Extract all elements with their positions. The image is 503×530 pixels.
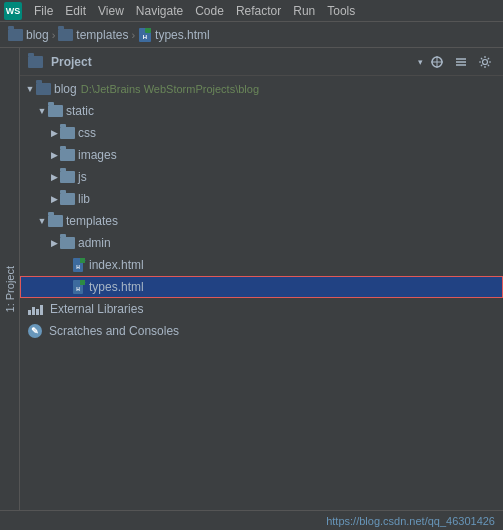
menu-run[interactable]: Run <box>287 0 321 22</box>
tree-item-js[interactable]: ▶ js <box>20 166 503 188</box>
menu-view[interactable]: View <box>92 0 130 22</box>
breadcrumb-sep-2: › <box>131 29 135 41</box>
menu-edit[interactable]: Edit <box>59 0 92 22</box>
gear-icon <box>478 55 492 69</box>
svg-text:H: H <box>76 264 80 270</box>
tree-item-templates[interactable]: ▼ templates <box>20 210 503 232</box>
tree-label-index-html: index.html <box>89 258 144 272</box>
svg-rect-17 <box>80 280 85 285</box>
panel-dropdown-arrow: ▾ <box>418 57 423 67</box>
expand-arrow-lib: ▶ <box>48 194 60 204</box>
folder-lib-icon <box>60 193 75 205</box>
panel-header: Project ▾ <box>20 48 503 76</box>
panel-collapse-button[interactable] <box>451 52 471 72</box>
folder-blog-icon <box>36 83 51 95</box>
panel-title: Project <box>51 55 414 69</box>
menu-tools[interactable]: Tools <box>321 0 361 22</box>
tree-item-admin[interactable]: ▶ admin <box>20 232 503 254</box>
folder-templates-icon <box>48 215 63 227</box>
breadcrumb: blog › templates › H types.html <box>0 22 503 48</box>
tree-label-blog-path: D:\JetBrains WebStormProjects\blog <box>81 83 259 95</box>
collapse-icon <box>454 55 468 69</box>
breadcrumb-blog-label: blog <box>26 28 49 42</box>
folder-admin-icon <box>60 237 75 249</box>
menu-navigate[interactable]: Navigate <box>130 0 189 22</box>
expand-arrow-admin: ▶ <box>48 238 60 248</box>
svg-rect-13 <box>80 258 85 263</box>
file-tree: ▼ blog D:\JetBrains WebStormProjects\blo… <box>20 76 503 530</box>
html-file-icon-index: H <box>72 258 86 272</box>
scratches-icon: ✎ <box>28 324 42 338</box>
tree-item-external-libraries[interactable]: External Libraries <box>20 298 503 320</box>
app-logo: WS <box>4 2 22 20</box>
tree-label-types-html: types.html <box>89 280 144 294</box>
side-tab-project[interactable]: 1: Project <box>0 48 20 530</box>
tree-label-static: static <box>66 104 94 118</box>
tree-label-js: js <box>78 170 87 184</box>
svg-text:H: H <box>143 34 147 40</box>
folder-icon <box>58 29 73 41</box>
breadcrumb-templates-label: templates <box>76 28 128 42</box>
side-tab-label: 1: Project <box>4 266 16 312</box>
tree-label-blog: blog <box>54 82 77 96</box>
external-libraries-icon <box>28 303 43 315</box>
svg-point-9 <box>483 59 488 64</box>
main-area: 1: Project Project ▾ <box>0 48 503 530</box>
expand-arrow-css: ▶ <box>48 128 60 138</box>
menu-file[interactable]: File <box>28 0 59 22</box>
svg-rect-2 <box>145 28 151 33</box>
tree-item-static[interactable]: ▼ static <box>20 100 503 122</box>
expand-arrow-js: ▶ <box>48 172 60 182</box>
panel-settings-button[interactable] <box>475 52 495 72</box>
tree-item-types-html[interactable]: H types.html <box>20 276 503 298</box>
menu-refactor[interactable]: Refactor <box>230 0 287 22</box>
tree-label-lib: lib <box>78 192 90 206</box>
tree-label-admin: admin <box>78 236 111 250</box>
html-file-icon-types: H <box>72 280 86 294</box>
tree-label-css: css <box>78 126 96 140</box>
breadcrumb-types-html[interactable]: H types.html <box>138 28 210 42</box>
folder-js-icon <box>60 171 75 183</box>
breadcrumb-file-label: types.html <box>155 28 210 42</box>
tree-item-blog-root[interactable]: ▼ blog D:\JetBrains WebStormProjects\blo… <box>20 78 503 100</box>
expand-arrow-static: ▼ <box>36 106 48 116</box>
folder-icon <box>8 29 23 41</box>
status-url[interactable]: https://blog.csdn.net/qq_46301426 <box>326 515 495 527</box>
tree-item-images[interactable]: ▶ images <box>20 144 503 166</box>
breadcrumb-blog[interactable]: blog <box>8 28 49 42</box>
folder-static-icon <box>48 105 63 117</box>
menu-bar: WS File Edit View Navigate Code Refactor… <box>0 0 503 22</box>
tree-item-lib[interactable]: ▶ lib <box>20 188 503 210</box>
tree-label-external-libraries: External Libraries <box>50 302 143 316</box>
panel-locate-button[interactable] <box>427 52 447 72</box>
breadcrumb-sep-1: › <box>52 29 56 41</box>
html-file-icon: H <box>138 28 152 42</box>
folder-images-icon <box>60 149 75 161</box>
tree-item-css[interactable]: ▶ css <box>20 122 503 144</box>
breadcrumb-templates[interactable]: templates <box>58 28 128 42</box>
tree-label-scratches: Scratches and Consoles <box>49 324 179 338</box>
folder-css-icon <box>60 127 75 139</box>
tree-label-templates: templates <box>66 214 118 228</box>
project-panel: Project ▾ <box>20 48 503 530</box>
expand-arrow: ▼ <box>24 84 36 94</box>
tree-label-images: images <box>78 148 117 162</box>
tree-item-scratches[interactable]: ✎ Scratches and Consoles <box>20 320 503 342</box>
locate-icon <box>430 55 444 69</box>
expand-arrow-templates: ▼ <box>36 216 48 226</box>
svg-text:H: H <box>76 286 80 292</box>
menu-code[interactable]: Code <box>189 0 230 22</box>
status-bar: https://blog.csdn.net/qq_46301426 <box>0 510 503 530</box>
expand-arrow-images: ▶ <box>48 150 60 160</box>
tree-item-index-html[interactable]: H index.html <box>20 254 503 276</box>
panel-folder-icon <box>28 56 43 68</box>
